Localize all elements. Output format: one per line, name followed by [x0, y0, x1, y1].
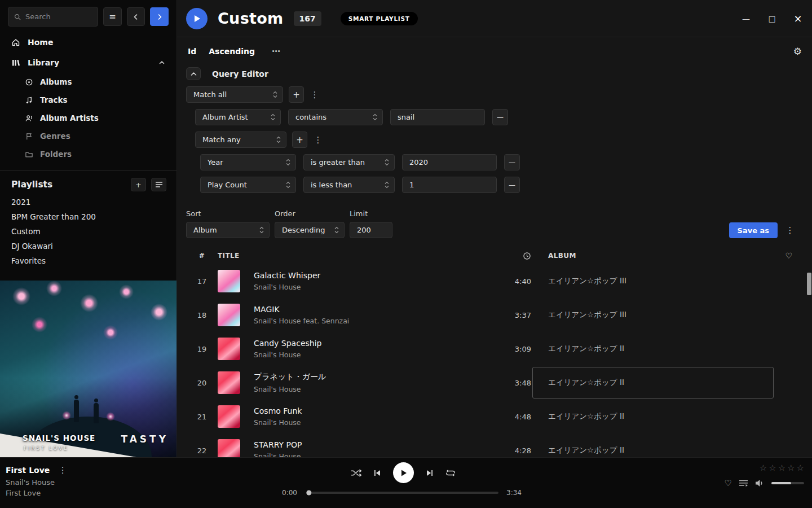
query-order-select[interactable]: Descending — [275, 222, 345, 238]
column-title[interactable]: TITLE — [218, 252, 254, 260]
match-type-select[interactable]: Match any — [195, 132, 286, 148]
limit-label: Limit — [350, 209, 392, 218]
playlist-list-button[interactable] — [151, 178, 166, 191]
artwork-album-text: FIRST LOVE — [24, 445, 69, 451]
nav-forward-button[interactable] — [150, 7, 169, 26]
select-arrows-icon — [259, 226, 264, 234]
sort-direction-button[interactable]: Ascending — [209, 47, 255, 56]
close-button[interactable]: × — [792, 12, 804, 24]
play-pause-button[interactable] — [393, 462, 414, 483]
track-title: Candy Spaceship — [254, 339, 482, 348]
now-playing-artwork: SNAIL'S HOUSE FIRST LOVE TASTY — [0, 281, 176, 457]
add-playlist-button[interactable]: + — [131, 178, 146, 191]
maximize-button[interactable]: □ — [766, 12, 778, 24]
sort-field-button[interactable]: Id — [188, 47, 196, 56]
rule-field-select[interactable]: Play Count — [200, 177, 296, 193]
page-title: Custom — [218, 10, 284, 27]
add-rule-button[interactable]: + — [292, 132, 307, 148]
group-menu-button[interactable]: ⋮ — [310, 90, 320, 100]
playlist-item[interactable]: Favorites — [0, 253, 176, 268]
column-duration[interactable] — [523, 252, 532, 260]
rule-operator-select[interactable]: is less than — [303, 177, 395, 193]
track-artist: Snail's House — [254, 452, 482, 457]
star-icon[interactable]: ☆ — [778, 463, 785, 473]
remove-rule-button[interactable]: — — [504, 177, 520, 193]
star-icon[interactable]: ☆ — [769, 463, 776, 473]
select-arrows-icon — [385, 181, 389, 189]
match-type-select[interactable]: Match all — [186, 86, 283, 103]
repeat-button[interactable] — [445, 469, 456, 477]
column-favorite[interactable]: ♡ — [775, 251, 803, 260]
track-row[interactable]: 17 Galactic Whisper Snail's House 4:40 エ… — [186, 264, 803, 298]
chevron-up-icon[interactable] — [158, 59, 165, 66]
playlist-item[interactable]: BPM Greater than 200 — [0, 209, 176, 224]
artwork-artist-text: SNAIL'S HOUSE — [23, 433, 95, 443]
sidebar-item-home[interactable]: Home — [0, 32, 176, 52]
volume-icon-button[interactable] — [755, 479, 764, 487]
next-button[interactable] — [426, 469, 434, 477]
track-row[interactable]: 22 STARRY POP Snail's House 4:28 エイリアン☆ポ… — [186, 433, 803, 457]
track-row[interactable]: 18 MAGIK Snail's House feat. Sennzai 3:3… — [186, 298, 803, 332]
star-icon[interactable]: ☆ — [760, 463, 767, 473]
track-duration: 3:09 — [482, 345, 532, 353]
search-input[interactable] — [25, 12, 92, 21]
sidebar-item-folders[interactable]: Folders — [0, 145, 176, 163]
play-playlist-button[interactable] — [186, 8, 208, 29]
rule-field-select[interactable]: Album Artist — [195, 109, 281, 125]
queue-button[interactable] — [739, 480, 748, 487]
track-row[interactable]: 19 Candy Spaceship Snail's House 3:09 エイ… — [186, 332, 803, 366]
select-arrows-icon — [334, 226, 339, 234]
minus-icon: — — [509, 159, 515, 167]
track-artist: Snail's House — [254, 283, 482, 291]
rule-operator-select[interactable]: contains — [288, 109, 383, 125]
sidebar-item-genres[interactable]: Genres — [0, 127, 176, 145]
query-menu-button[interactable]: ⋮ — [785, 225, 795, 235]
sidebar-item-tracks[interactable]: Tracks — [0, 91, 176, 109]
track-album-focused-cell[interactable]: エイリアン☆ポップ II — [532, 367, 774, 398]
track-artist: Snail's House — [254, 418, 482, 427]
order-label: Order — [275, 209, 345, 218]
playlist-item[interactable]: Custom — [0, 224, 176, 239]
query-sort-select[interactable]: Album — [186, 222, 270, 238]
seek-slider[interactable] — [308, 492, 498, 494]
track-row[interactable]: 21 Cosmo Funk Snail's House 4:48 エイリアン☆ポ… — [186, 400, 803, 433]
limit-input[interactable] — [350, 222, 392, 238]
artwork-figure — [94, 403, 99, 423]
star-icon[interactable]: ☆ — [787, 463, 795, 473]
sidebar-item-album-artists[interactable]: Album Artists — [0, 109, 176, 127]
sort-more-button[interactable]: ⋯ — [272, 46, 280, 56]
volume-slider[interactable] — [771, 482, 804, 484]
now-playing-menu-button[interactable]: ⋮ — [58, 465, 68, 475]
settings-button[interactable]: ⚙ — [793, 46, 802, 57]
group-menu-button[interactable]: ⋮ — [313, 135, 323, 145]
select-arrows-icon — [373, 113, 377, 121]
sidebar-item-albums[interactable]: Albums — [0, 73, 176, 91]
track-artist: Snail's House — [254, 351, 482, 359]
remove-rule-button[interactable]: — — [504, 154, 520, 170]
add-rule-button[interactable]: + — [289, 86, 304, 103]
scrollbar-thumb[interactable] — [807, 273, 811, 295]
column-album[interactable]: ALBUM — [532, 252, 775, 260]
rule-value-input[interactable] — [402, 177, 497, 193]
minimize-button[interactable]: — — [740, 12, 752, 24]
rule-field-select[interactable]: Year — [200, 154, 296, 170]
track-row[interactable]: 20 プラネット・ガール Snail's House 3:48 エイリアン☆ポッ… — [186, 366, 803, 400]
save-as-button[interactable]: Save as — [729, 222, 778, 238]
previous-button[interactable] — [373, 469, 381, 477]
seek-handle[interactable] — [306, 491, 311, 496]
playlist-item[interactable]: DJ Okawari — [0, 239, 176, 253]
favorite-button[interactable]: ♡ — [725, 478, 732, 488]
menu-button[interactable]: ≡ — [103, 7, 122, 26]
star-icon[interactable]: ☆ — [797, 463, 804, 473]
rule-value-input[interactable] — [402, 154, 497, 170]
remove-rule-button[interactable]: — — [492, 109, 508, 125]
rule-operator-select[interactable]: is greater than — [303, 154, 395, 170]
collapse-query-editor-button[interactable] — [186, 67, 201, 80]
sidebar-item-library[interactable]: Library — [0, 52, 176, 73]
shuffle-button[interactable] — [351, 469, 361, 477]
column-number[interactable]: # — [186, 252, 218, 260]
playlist-item[interactable]: 2021 — [0, 195, 176, 209]
search-box[interactable] — [8, 7, 98, 27]
rule-value-input[interactable] — [390, 109, 485, 125]
nav-back-button[interactable] — [127, 7, 145, 26]
